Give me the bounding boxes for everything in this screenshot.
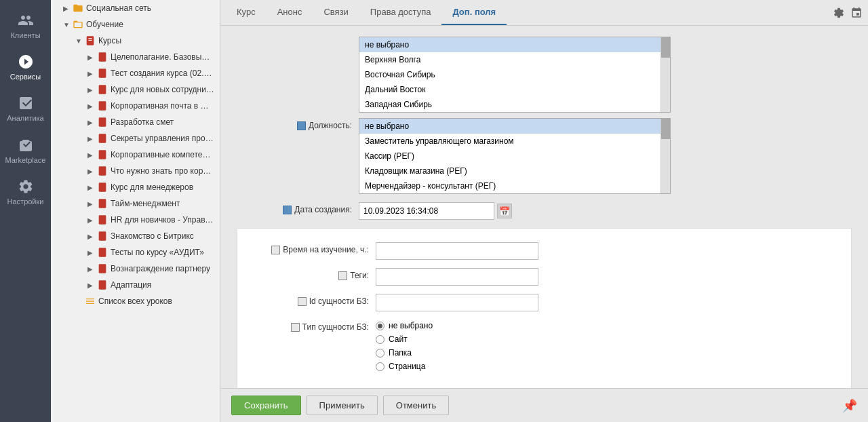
tree-item-all-lessons[interactable]: Список всех уроков [51,293,220,309]
sidebar-item-services-label: Сервисы [10,73,41,81]
tree-item-courses[interactable]: ▼ Курсы [51,33,220,49]
tags-checkbox[interactable] [338,271,347,280]
tree-item-label: HR для новичков - Управлени... [111,215,214,225]
save-button[interactable]: Сохранить [231,396,301,415]
tree-item-course-15[interactable]: ▶ Адаптация [51,277,220,293]
position-scrollbar[interactable] [660,119,670,193]
tabs-actions [833,7,863,19]
tree-item-course-3[interactable]: ▶ Курс для новых сотрудников [51,81,220,98]
tab-links[interactable]: Связи [313,0,359,25]
tree-item-course-1[interactable]: ▶ Целеполагание. Базовый уро... [51,49,220,65]
position-checkbox[interactable] [297,121,306,130]
course-icon [97,182,108,193]
tree-item-course-4[interactable]: ▶ Корпоративная почта в Outlo... [51,98,220,114]
tree-item-course-14[interactable]: ▶ Вознаграждение партнеру [51,261,220,277]
bz-type-option-page[interactable]: Страница [376,362,835,371]
svg-rect-17 [99,280,106,289]
course-icon [97,263,108,274]
tree-arrow: ▶ [63,5,70,12]
region-option-2[interactable]: Восточная Сибирь [359,67,660,82]
svg-rect-8 [99,134,106,142]
sidebar-item-settings[interactable]: Настройки [0,172,51,213]
position-option-3[interactable]: Кладовщик магазина (РЕГ) [359,164,660,178]
tree-item-course-2[interactable]: ▶ Тест создания курса (02.08.2... [51,65,220,81]
tree-item-course-13[interactable]: ▶ Тесты по курсу «АУДИТ» [51,244,220,261]
tree-item-course-6[interactable]: ▶ Секреты управления проекта... [51,130,220,147]
position-option-not-selected[interactable]: не выбрано [359,119,660,134]
sidebar-item-analytics[interactable]: Аналитика [0,88,51,130]
tree-item-learning[interactable]: ▼ Обучение [51,16,220,33]
region-list: не выбрано Верхняя Волга Восточная Сибир… [359,37,660,112]
calendar-icon[interactable]: 📅 [497,204,512,218]
region-scrollbar[interactable] [660,37,670,112]
gear-icon[interactable] [833,7,845,19]
date-checkbox[interactable] [283,206,292,214]
region-option-1[interactable]: Верхняя Волга [359,52,660,67]
tree-panel: ▶ Социальная сеть ▼ Обучение ▼ Курсы ▶ Ц… [51,0,220,422]
tree-arrow: ▶ [87,184,94,191]
sidebar-item-marketplace[interactable]: Marketplace [0,130,51,172]
bz-type-option-folder[interactable]: Папка [376,348,835,358]
tree-arrow: ▶ [87,54,94,61]
course-icon [97,100,108,111]
tree-item-course-11[interactable]: ▶ HR для новичков - Управлени... [51,212,220,228]
radio-circle [376,362,384,371]
bz-type-row: Тип сущности БЗ: не выбрано Сайт [254,320,835,371]
tree-item-course-9[interactable]: ▶ Курс для менеджеров [51,179,220,195]
region-option-4[interactable]: Западная Сибирь [359,97,660,112]
position-option-1[interactable]: Заместитель управляющего магазином [359,134,660,149]
position-option-2[interactable]: Кассир (РЕГ) [359,149,660,164]
study-time-control [376,242,835,260]
svg-rect-12 [99,199,106,208]
sidebar-item-clients-label: Клиенты [10,31,40,40]
tree-item-label: Знакомство с Битрикс [111,231,194,241]
position-control: не выбрано Заместитель управляющего мага… [359,118,852,194]
svg-rect-16 [99,264,106,273]
region-option-3[interactable]: Дальний Восток [359,82,660,97]
tags-control [376,268,835,286]
date-input[interactable] [359,202,494,220]
position-option-4[interactable]: Мерчендайзер - консультант (РЕГ) [359,178,660,193]
radio-circle [376,349,384,358]
region-option-not-selected[interactable]: не выбрано [359,37,660,52]
region-dropdown[interactable]: не выбрано Верхняя Волга Восточная Сибир… [359,37,671,113]
tree-item-course-12[interactable]: ▶ Знакомство с Битрикс [51,228,220,244]
tree-arrow: ▶ [87,265,94,273]
svg-rect-0 [87,36,94,45]
tree-item-course-5[interactable]: ▶ Разработка смет [51,114,220,130]
position-list: не выбрано Заместитель управляющего мага… [359,119,660,193]
bz-type-checkbox[interactable] [291,323,300,332]
bz-type-option-site[interactable]: Сайт [376,334,835,344]
settings-icon [18,178,34,195]
sidebar-item-services[interactable]: Сервисы [0,47,51,88]
folder-icon [73,3,83,14]
course-icon [97,198,108,209]
study-time-checkbox[interactable] [271,246,280,254]
cancel-button[interactable]: Отменить [383,396,449,415]
book-icon [85,35,96,46]
tree-arrow: ▶ [87,282,94,289]
tab-access[interactable]: Права доступа [359,0,442,25]
study-time-input[interactable] [376,242,538,260]
tree-item-social[interactable]: ▶ Социальная сеть [51,0,220,16]
tab-announce[interactable]: Анонс [267,0,313,25]
bz-type-option-not-selected[interactable]: не выбрано [376,321,835,330]
pin-icon[interactable] [850,7,863,19]
date-field-row: Дата создания: 📅 [237,202,852,220]
tags-input[interactable] [376,268,538,286]
position-label: Должность: [237,118,359,130]
bz-id-checkbox[interactable] [298,297,307,306]
tree-item-course-7[interactable]: ▶ Корпоративные компетенции... [51,147,220,163]
sidebar-item-clients[interactable]: Клиенты [0,5,51,47]
tree-item-label: Корпоративные компетенции... [111,150,214,159]
sidebar-item-marketplace-label: Marketplace [5,156,46,165]
apply-button[interactable]: Применить [307,396,378,415]
radio-circle [376,335,384,344]
bz-id-input[interactable] [376,294,538,311]
tree-item-course-8[interactable]: ▶ Что нужно знать про корона... [51,163,220,179]
position-dropdown[interactable]: не выбрано Заместитель управляющего мага… [359,118,671,194]
tree-item-course-10[interactable]: ▶ Тайм-менеджмент [51,195,220,212]
tab-extra[interactable]: Доп. поля [441,0,507,25]
study-time-row: Время на изучение, ч.: [254,242,835,260]
tab-course[interactable]: Курс [226,0,267,25]
